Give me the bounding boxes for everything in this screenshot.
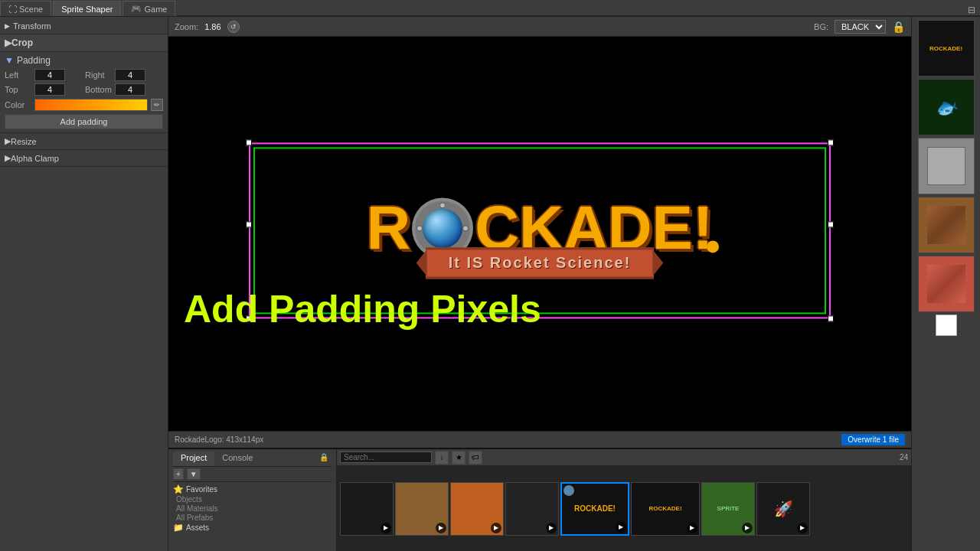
color-picker-button[interactable]: ✏ [151, 99, 163, 111]
resize-header[interactable]: ▶ Resize [5, 136, 163, 146]
logo-r: R [367, 197, 411, 259]
import-button[interactable]: ↓ [435, 451, 449, 465]
viewport[interactable]: R [168, 37, 911, 431]
folder-toggle[interactable]: ▼ [187, 468, 201, 480]
right-thumb-logo[interactable]: ROCKADE! [918, 20, 975, 77]
lock-bottom-icon: 🔒 [316, 452, 332, 466]
project-tree: ⭐ Favorites Objects All Materials All Pr… [173, 482, 332, 535]
padding-left-row: Left [5, 69, 83, 81]
assets-folder-icon: 📁 [173, 523, 184, 533]
padding-bottom-input[interactable] [115, 83, 145, 96]
thumb-sprite-sheet[interactable]: SPRITE ▶ [701, 482, 755, 536]
objects-item[interactable]: Objects [173, 495, 332, 504]
search-input[interactable] [340, 452, 432, 463]
all-prefabs-label: All Prefabs [176, 514, 213, 522]
center-area: Zoom: 1.86 ↺ BG: BLACK WHITE GRAY 🔒 [168, 17, 911, 551]
crop-label: Crop [11, 37, 33, 48]
handle-br[interactable] [828, 315, 834, 321]
padding-top-row: Top [5, 83, 83, 96]
lock-icon[interactable]: 🔒 [892, 21, 905, 33]
handle-tr[interactable] [828, 139, 834, 145]
tab-scene[interactable]: ⛶ Scene [0, 1, 51, 16]
maximize-icon[interactable]: ⊟ [963, 5, 980, 16]
viewport-status: RockadeLogo: 413x114px Overwrite 1 file [168, 431, 911, 448]
alpha-clamp-header[interactable]: ▶ Alpha Clamp [5, 153, 163, 163]
padding-label: Padding [17, 55, 51, 66]
scene-icon: ⛶ [8, 5, 17, 14]
thumb-7-play[interactable]: ▶ [742, 523, 753, 533]
transform-label: Transform [13, 21, 51, 31]
crop-section: ▶ Crop [0, 34, 168, 52]
thumb-4-play[interactable]: ▶ [546, 523, 557, 533]
tab-sprite-shaper[interactable]: Sprite Shaper [53, 1, 121, 16]
assets-item[interactable]: 📁 Assets [173, 523, 332, 533]
all-materials-item[interactable]: All Materials [173, 504, 332, 513]
handle-ml[interactable] [246, 221, 252, 227]
zoom-reset-button[interactable]: ↺ [227, 21, 240, 33]
thumb-character[interactable]: 🚀 ▶ [756, 482, 810, 536]
tab-project[interactable]: Project [173, 452, 214, 466]
right-thumb-salmon[interactable] [918, 256, 975, 312]
right-label: Right [85, 70, 112, 80]
thumb-logo2-text: ROCKADE! [648, 505, 681, 512]
star-button[interactable]: ★ [452, 451, 466, 465]
thumb-4[interactable]: ▶ [505, 482, 559, 536]
thumb-8-play[interactable]: ▶ [797, 523, 808, 533]
assets-label: Assets [186, 523, 209, 532]
alpha-clamp-label: Alpha Clamp [11, 154, 59, 163]
thumb-rockade-2[interactable]: ROCKADE! ▶ [631, 482, 700, 536]
objects-label: Objects [176, 495, 202, 504]
bg-dropdown[interactable]: BLACK WHITE GRAY [835, 20, 886, 34]
tab-game[interactable]: 🎮 Game [122, 1, 175, 16]
alpha-clamp-section: ▶ Alpha Clamp [0, 150, 168, 167]
bottom-label: Bottom [85, 85, 112, 94]
all-materials-label: All Materials [176, 504, 217, 513]
thumb-char-icon: 🚀 [774, 500, 793, 518]
thumb-2-play[interactable]: ▶ [436, 523, 446, 533]
handle-bl[interactable] [246, 315, 252, 321]
thumb-1[interactable]: ▶ [340, 482, 394, 536]
right-thumb-gray[interactable] [918, 138, 975, 194]
thumb-rockade-logo[interactable]: ROCKADE! ▶ [560, 482, 629, 536]
handle-tl[interactable] [246, 139, 252, 145]
thumb-5-play[interactable]: ▶ [616, 522, 626, 533]
add-button[interactable]: + [173, 468, 184, 480]
handle-mr[interactable] [828, 221, 834, 227]
padding-header: ▼ Padding [5, 55, 163, 66]
thumbnails-strip: ▶ ▶ ▶ ▶ ROCKADE! [337, 466, 911, 551]
thumb-6-play[interactable]: ▶ [687, 523, 697, 533]
padding-right-input[interactable] [115, 69, 145, 81]
resize-arrow: ▶ [5, 136, 11, 146]
add-padding-button[interactable]: Add padding [5, 114, 163, 129]
transform-header[interactable]: ▶ Transform [5, 20, 163, 32]
tab-console[interactable]: Console [214, 452, 260, 466]
label-button[interactable]: 🏷 [469, 451, 482, 465]
overwrite-button[interactable]: Overwrite 1 file [841, 434, 905, 445]
padding-left-input[interactable] [34, 69, 65, 81]
thumb-2[interactable]: ▶ [395, 482, 449, 536]
left-panel: ▶ Transform ▶ Crop ▼ Padding Left [0, 17, 168, 551]
alpha-clamp-arrow: ▶ [5, 153, 11, 163]
all-prefabs-item[interactable]: All Prefabs [173, 514, 332, 522]
thumb-1-play[interactable]: ▶ [381, 523, 391, 533]
padding-bottom-row: Bottom [85, 83, 163, 96]
color-row: Color ✏ [5, 99, 163, 111]
viewport-toolbar: Zoom: 1.86 ↺ BG: BLACK WHITE GRAY 🔒 [168, 17, 911, 37]
right-thumb-fish[interactable]: 🐟 [918, 79, 975, 135]
bottom-area: Project Console 🔒 + ▼ ⭐ Favorites Object… [168, 448, 911, 551]
zoom-value: 1.86 [204, 22, 220, 31]
transform-arrow: ▶ [5, 22, 10, 30]
color-swatch[interactable] [34, 99, 148, 111]
resize-section: ▶ Resize [0, 133, 168, 150]
padding-top-input[interactable] [34, 83, 65, 96]
thumb-3[interactable]: ▶ [450, 482, 504, 536]
project-toolbar: + ▼ [173, 467, 332, 482]
favorites-item[interactable]: ⭐ Favorites [173, 484, 332, 494]
right-logo-text: ROCKADE! [928, 44, 964, 54]
padding-section: ▼ Padding Left Right Top Bottom [0, 52, 168, 133]
crop-header[interactable]: ▶ Crop [5, 37, 163, 48]
thumb-3-play[interactable]: ▶ [491, 523, 501, 533]
handle-bm[interactable] [511, 315, 517, 321]
right-thumb-brown[interactable] [918, 197, 975, 253]
thumb-logo-indicator [564, 485, 574, 496]
